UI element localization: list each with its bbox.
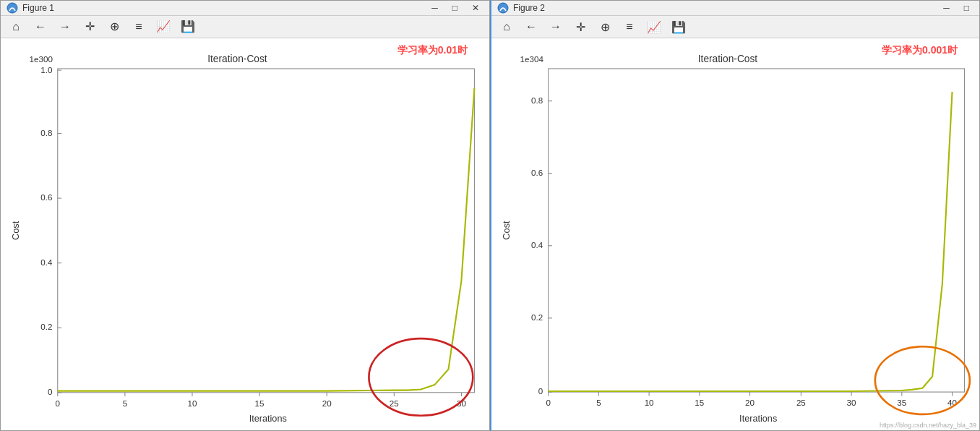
figure2-xtick-10: 10 (645, 398, 654, 408)
figure2-window: Figure 2 ─ □ ⌂ ← → ✛ ⊕ ≡ 📈 💾 学习率为0.001时 … (490, 0, 980, 431)
figure1-xtick-10: 10 (188, 398, 197, 408)
figure1-plot-box (58, 69, 475, 393)
figure2-annotation: 学习率为0.001时 (882, 44, 958, 57)
figure1-close-button[interactable]: ✕ (468, 1, 483, 14)
figure2-xtick-5: 5 (596, 398, 601, 408)
figure1-forward-button[interactable]: → (54, 16, 76, 38)
figure1-minimize-button[interactable]: ─ (427, 1, 442, 14)
figure1-yscale-label: 1e300 (30, 54, 53, 64)
figure1-back-button[interactable]: ← (30, 16, 51, 38)
figure1-window-controls: ─ □ ✕ (427, 1, 483, 14)
figure1-ytick-02: 0.2 (40, 322, 52, 331)
figure1-pan-button[interactable]: ✛ (79, 16, 100, 38)
figure2-svg: 1e304 Iteration-Cost 0 0.2 0.4 0.6 0.8 (499, 46, 972, 423)
figure2-xtick-0: 0 (546, 398, 551, 408)
figure1-ytick-04: 0.4 (40, 257, 53, 266)
figure2-titlebar-left: Figure 2 (497, 2, 545, 14)
figure2-ytick-06: 0.6 (531, 168, 543, 177)
figure2-xtick-30: 30 (847, 398, 856, 408)
figure2-plot-box (549, 69, 965, 392)
figure2-titlebar: Figure 2 ─ □ (491, 1, 979, 16)
figure2-home-button[interactable]: ⌂ (496, 16, 517, 38)
figure2-plot-area: 学习率为0.001时 1e304 Iteration-Cost 0 0.2 0.… (491, 38, 979, 430)
figure2-zoom-button[interactable]: ⊕ (594, 16, 616, 38)
figure1-zoom-button[interactable]: ⊕ (103, 16, 125, 38)
figure2-maximize-button[interactable]: □ (960, 1, 973, 14)
figure2-save-button[interactable]: 💾 (668, 16, 689, 38)
figure1-xtick-20: 20 (322, 398, 332, 408)
watermark: https://blog.csdn.net/hazy_bla_39 (880, 422, 976, 429)
figure1-config-button[interactable]: ≡ (128, 16, 150, 38)
figure1-ylabel: Cost (10, 221, 21, 240)
matplotlib-icon2 (497, 2, 509, 14)
figure1-ytick-08: 0.8 (40, 127, 52, 137)
figure2-forward-button[interactable]: → (545, 16, 567, 38)
figure2-config-button[interactable]: ≡ (619, 16, 640, 38)
figure1-title: Figure 1 (22, 3, 54, 13)
figure2-plot-title: Iteration-Cost (698, 54, 757, 65)
figure2-xtick-15: 15 (695, 398, 704, 408)
figure2-back-button[interactable]: ← (520, 16, 542, 38)
figure1-annotation: 学习率为0.01时 (397, 44, 468, 57)
figure2-xtick-25: 25 (796, 398, 806, 408)
figure1-plot-area: 学习率为0.01时 1e300 Iteration-Cost 0 0.2 0.4… (1, 38, 489, 430)
figure1-titlebar: Figure 1 ─ □ ✕ (1, 1, 489, 16)
figure2-yscale-label: 1e304 (520, 55, 544, 64)
figure1-titlebar-left: Figure 1 (7, 2, 54, 14)
figure2-ytick-08: 0.8 (531, 95, 543, 105)
figure1-home-button[interactable]: ⌂ (5, 16, 27, 38)
figure2-minimize-button[interactable]: ─ (939, 1, 954, 14)
figure2-ytick-0: 0 (538, 387, 543, 396)
figure1-svg: 1e300 Iteration-Cost 0 0.2 0.4 0.6 0.8 (8, 46, 482, 423)
figure1-save-button[interactable]: 💾 (177, 16, 199, 38)
figure2-window-controls: ─ □ (939, 1, 973, 14)
figure2-ylabel: Cost (501, 221, 512, 240)
figure1-window: Figure 1 ─ □ ✕ ⌂ ← → ✛ ⊕ ≡ 📈 💾 学习率为0.01时… (0, 0, 490, 431)
figure1-xtick-15: 15 (255, 398, 265, 408)
figure1-xtick-5: 5 (123, 398, 127, 408)
figure2-xtick-20: 20 (745, 398, 755, 408)
matplotlib-icon (7, 2, 18, 14)
figure2-toolbar: ⌂ ← → ✛ ⊕ ≡ 📈 💾 (491, 16, 979, 38)
figure1-ytick-10: 1.0 (40, 65, 53, 74)
figure2-xlabel: Iterations (739, 413, 777, 423)
figure1-xtick-0: 0 (56, 398, 61, 408)
figure2-plot-button[interactable]: 📈 (643, 16, 665, 38)
figure1-toolbar: ⌂ ← → ✛ ⊕ ≡ 📈 💾 (1, 16, 489, 38)
figure1-xlabel: Iterations (249, 413, 287, 423)
figure2-ytick-04: 0.4 (531, 240, 543, 249)
figure1-maximize-button[interactable]: □ (448, 1, 462, 14)
figure2-ytick-02: 0.2 (531, 312, 543, 322)
figure1-plot-button[interactable]: 📈 (152, 16, 174, 38)
figure2-title: Figure 2 (513, 3, 545, 13)
figure2-pan-button[interactable]: ✛ (569, 16, 591, 38)
figure2-xtick-35: 35 (897, 398, 906, 408)
figure1-xtick-25: 25 (390, 398, 399, 408)
figure1-ytick-0: 0 (48, 387, 53, 396)
figure1-ytick-06: 0.6 (40, 192, 52, 202)
figure1-plot-title: Iteration-Cost (207, 54, 267, 64)
